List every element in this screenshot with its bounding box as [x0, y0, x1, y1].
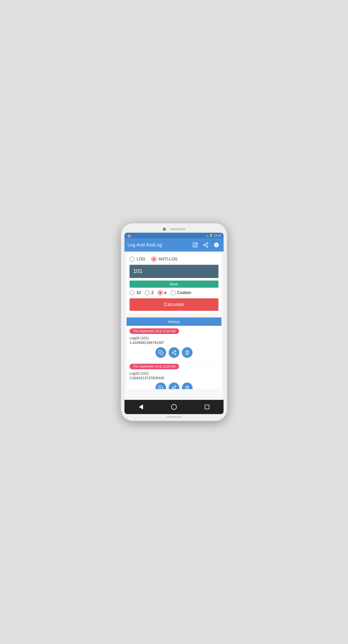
svg-point-11: [175, 353, 176, 355]
svg-text:i: i: [216, 243, 217, 247]
base-bar: Base: [130, 281, 218, 288]
antilog-option[interactable]: ANTI-LOG: [151, 257, 178, 262]
phone-top-bar: [124, 227, 224, 231]
share-icon[interactable]: [202, 241, 210, 249]
copy-button-1[interactable]: [155, 347, 166, 358]
svg-point-15: [175, 386, 176, 387]
history-actions-2: [130, 383, 218, 389]
log-label: LOG: [137, 257, 145, 261]
speaker: [170, 228, 185, 230]
base-e-option[interactable]: e: [158, 290, 167, 295]
app-title: Log And AntiLog: [128, 242, 188, 248]
log-radio[interactable]: [130, 257, 135, 262]
history-item: Thu September 16 at 12:24 AM Log26 (101)…: [126, 326, 222, 361]
svg-point-16: [172, 387, 173, 389]
camera: [163, 227, 166, 231]
battery-icon: 🔋: [209, 234, 213, 237]
calculate-button[interactable]: Calculate: [130, 298, 218, 311]
log-option[interactable]: LOG: [130, 257, 145, 262]
status-bar: 🤖 △ 🔋 12:25: [124, 233, 224, 238]
antilog-radio[interactable]: [151, 257, 156, 262]
share-button-2[interactable]: [169, 383, 179, 389]
base-10-option[interactable]: 10: [130, 290, 141, 295]
number-input[interactable]: 101: [130, 265, 218, 278]
antilog-label: ANTI-LOG: [159, 257, 178, 261]
mode-radio-row: LOG ANTI-LOG: [130, 257, 218, 262]
svg-line-4: [205, 245, 207, 246]
base-radio-row: 10 2 e Custom: [130, 290, 218, 295]
svg-line-18: [173, 388, 175, 389]
svg-rect-14: [160, 387, 163, 389]
history-result-1: 1.4165082166791307: [130, 341, 218, 345]
svg-point-10: [172, 352, 173, 353]
history-item-partial: Thu September 16 at 12:23 AM Log10 (101)…: [126, 361, 222, 389]
base-2-option[interactable]: 2: [145, 290, 154, 295]
svg-point-1: [207, 243, 208, 244]
signal-icon: △: [206, 234, 208, 237]
base-custom-radio[interactable]: [171, 290, 176, 295]
svg-point-2: [204, 244, 205, 246]
svg-line-13: [173, 351, 175, 352]
svg-line-5: [205, 244, 207, 245]
copy-button-2[interactable]: [155, 383, 166, 389]
history-result-2: 2.0043213737826426: [130, 376, 218, 380]
base-2-label: 2: [151, 290, 154, 295]
phone-chin: [166, 416, 182, 418]
main-content: LOG ANTI-LOG 101 Base 10: [124, 252, 224, 400]
svg-point-17: [175, 389, 176, 389]
base-e-radio[interactable]: [158, 290, 163, 295]
base-custom-option[interactable]: Custom: [171, 290, 191, 295]
recents-button[interactable]: [202, 402, 212, 412]
calculator-card: LOG ANTI-LOG 101 Base 10: [126, 254, 222, 314]
back-button[interactable]: [136, 402, 146, 412]
history-bar: History: [126, 317, 222, 326]
android-icon: 🤖: [127, 234, 131, 238]
history-expression-1: Log26 (101): [130, 336, 218, 340]
svg-rect-0: [193, 243, 197, 247]
svg-point-3: [207, 246, 208, 247]
svg-line-12: [173, 353, 175, 354]
info-icon[interactable]: i: [212, 241, 220, 249]
delete-button-2[interactable]: [182, 383, 193, 389]
home-button[interactable]: [169, 402, 179, 412]
clock: 12:25: [214, 234, 221, 237]
status-icons: △ 🔋 12:25: [206, 234, 221, 237]
svg-line-19: [173, 387, 175, 387]
edit-icon[interactable]: [191, 241, 199, 249]
base-e-label: e: [164, 290, 167, 295]
history-expression-2: Log10 (101): [130, 371, 218, 375]
share-button-1[interactable]: [169, 347, 179, 358]
history-actions-1: [130, 347, 218, 358]
phone-device: 🤖 △ 🔋 12:25 Log And AntiLog: [121, 223, 227, 421]
app-bar: Log And AntiLog i: [124, 238, 224, 252]
history-list: Thu September 16 at 12:24 AM Log26 (101)…: [126, 326, 222, 389]
history-timestamp-1: Thu September 16 at 12:24 AM: [130, 328, 179, 334]
bottom-nav: [124, 400, 224, 414]
svg-point-9: [175, 350, 176, 352]
delete-button-1[interactable]: [182, 347, 193, 358]
base-custom-label: Custom: [177, 290, 191, 295]
base-2-radio[interactable]: [145, 290, 150, 295]
history-timestamp-2: Thu September 16 at 12:23 AM: [130, 364, 179, 369]
phone-screen: 🤖 △ 🔋 12:25 Log And AntiLog: [124, 232, 224, 414]
base-10-radio[interactable]: [130, 290, 135, 295]
svg-rect-8: [160, 352, 163, 355]
base-10-label: 10: [136, 290, 141, 295]
